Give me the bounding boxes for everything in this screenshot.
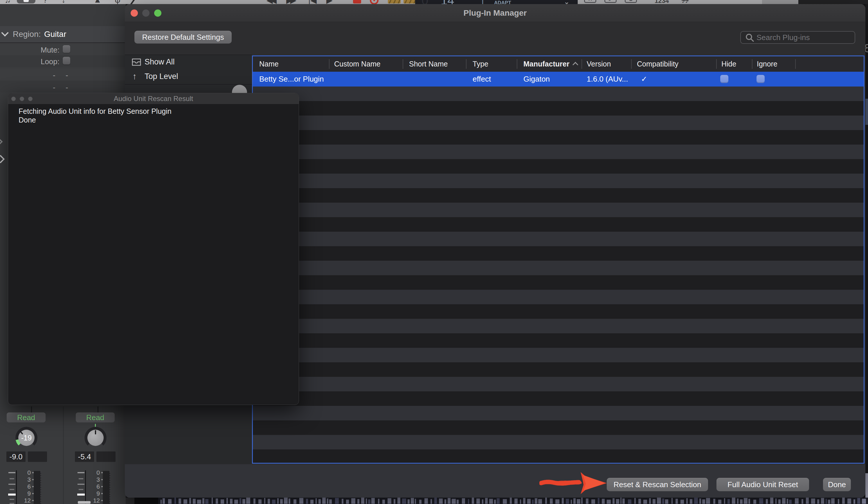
volume-value-1[interactable]: -9.0: [7, 451, 25, 462]
empty-value-box[interactable]: [96, 451, 115, 462]
stop-icon[interactable]: |◀: [308, 0, 317, 4]
no-notes-icon[interactable]: ♪♪: [682, 0, 689, 4]
snap-icon[interactable]: S: [625, 0, 637, 3]
search-input[interactable]: [756, 32, 852, 43]
lcd-tempo-mode: ADAPT: [494, 0, 511, 4]
show-all-label: Show All: [145, 58, 175, 66]
fader-track-1[interactable]: [16, 470, 17, 504]
restore-default-settings-button[interactable]: Restore Default Settings: [134, 31, 232, 43]
column-header-manufacturer-sorted[interactable]: Manufacturer: [524, 56, 569, 72]
toolbar-segment: [762, 0, 798, 4]
sidebar-item-show-all[interactable]: Show All: [125, 55, 252, 69]
column-header-hide[interactable]: Hide: [721, 56, 736, 72]
background-right-edge: 8: [865, 4, 868, 504]
column-header-version[interactable]: Version: [587, 56, 611, 72]
record-icon[interactable]: [370, 0, 379, 4]
done-button[interactable]: Done: [823, 478, 851, 491]
param-value: - -: [53, 71, 72, 80]
fader-cap-1[interactable]: [8, 494, 16, 496]
param-row: - -: [0, 81, 126, 92]
help-icon[interactable]: ?: [43, 0, 48, 4]
library-tool-selected-icon[interactable]: [17, 0, 35, 3]
ignore-checkbox[interactable]: [756, 75, 765, 83]
collapsed-panel-chevron-icon[interactable]: [0, 138, 3, 145]
fader-track-fragment: [97, 407, 99, 413]
annotation-arrow: [539, 469, 612, 497]
automation-read-button-1[interactable]: Read: [7, 413, 45, 422]
param-row: - -: [0, 69, 126, 80]
strip-divider: [63, 407, 64, 504]
reset-rescan-selection-button[interactable]: Reset & Rescan Selection: [607, 478, 708, 491]
region-header-value: Guitar: [44, 30, 66, 39]
region-header[interactable]: Region: Guitar: [0, 26, 126, 43]
column-header-name[interactable]: Name: [259, 56, 279, 72]
compatibility-checkmark: ✓: [641, 72, 647, 86]
fader-track-2[interactable]: [85, 470, 86, 504]
rescan-log-line: Fetching Audio Unit info for Betty Senso…: [19, 107, 172, 115]
download-icon[interactable]: ↓: [62, 0, 65, 4]
sidebar-item-top-level[interactable]: ↑ Top Level: [125, 69, 252, 84]
meter-scale-label: 0: [90, 469, 100, 476]
lcd-chevron-down-icon[interactable]: ⌄: [564, 0, 570, 4]
search-icon: [745, 33, 755, 43]
loop-row: Loop:: [0, 55, 126, 67]
lcd-ghost-digit: 0: [422, 0, 428, 4]
loop-checkbox[interactable]: [63, 57, 70, 64]
meter-scale-label: 3: [90, 476, 100, 483]
plugin-manager-titlebar[interactable]: Plug-In Manager: [125, 4, 865, 22]
tuner-icon[interactable]: ψ: [115, 0, 121, 4]
disclosure-chevron-icon[interactable]: [1, 29, 8, 36]
full-audio-unit-reset-button[interactable]: Full Audio Unit Reset: [716, 478, 809, 491]
metronome-icon[interactable]: ▲: [93, 0, 102, 4]
automation-read-button-2[interactable]: Read: [76, 413, 115, 422]
rescan-result-window: Audio Unit Rescan Result Fetching Audio …: [8, 93, 299, 405]
plugin-row-selected[interactable]: Betty Se...or Plugin effect Gigaton 1.6.…: [253, 72, 864, 86]
background-cell: [126, 497, 134, 504]
empty-row-stripes: [253, 86, 864, 463]
notes-icon[interactable]: ♫: [4, 0, 11, 4]
column-header-compatibility[interactable]: Compatibility: [637, 56, 679, 72]
column-header-short-name[interactable]: Short Name: [409, 56, 448, 72]
rescan-titlebar[interactable]: Audio Unit Rescan Result: [8, 93, 299, 104]
fader-cap-2[interactable]: [77, 494, 85, 496]
fader-handle-2[interactable]: [78, 501, 91, 504]
background-bottom-strip: [126, 497, 868, 504]
window-title: Plug-In Manager: [125, 4, 865, 22]
cycle-icon[interactable]: [388, 0, 401, 3]
background-fragment: [865, 99, 868, 125]
column-header-custom-name[interactable]: Custom Name: [334, 56, 381, 72]
mute-checkbox[interactable]: [63, 45, 70, 53]
show-all-tray-icon: [131, 58, 142, 66]
crossfade-icon[interactable]: ∕∕: [604, 0, 617, 3]
play-icon[interactable]: ▶: [326, 0, 333, 4]
audio-region-strip: [158, 497, 868, 504]
meter-scale-label: 3: [21, 476, 31, 483]
empty-value-box[interactable]: [28, 451, 47, 462]
rescan-window-title: Audio Unit Rescan Result: [8, 93, 299, 104]
stop-record-icon[interactable]: [353, 0, 361, 3]
hide-checkbox[interactable]: [720, 75, 728, 83]
top-level-arrow-icon: ↑: [132, 71, 137, 81]
search-field[interactable]: [740, 31, 855, 44]
level-meter-1: [34, 471, 41, 504]
fader-track-fragment: [31, 407, 32, 413]
pencil-tool-icon[interactable]: [128, 0, 135, 4]
beats-display[interactable]: 1234: [655, 0, 669, 4]
toolbar-dark-segment: [798, 0, 868, 4]
column-header-ignore[interactable]: Ignore: [757, 56, 777, 72]
lcd-display[interactable]: 0 14 | ADAPT ⌄: [415, 0, 578, 4]
mute-row: Mute:: [0, 43, 126, 55]
meter-scale-label: 6: [90, 483, 100, 490]
top-level-label: Top Level: [145, 72, 178, 81]
rewind-icon[interactable]: ◀◀: [267, 0, 274, 4]
no-overlap-icon[interactable]: ✕: [584, 0, 596, 3]
loop-label: Loop:: [16, 57, 60, 66]
volume-value-2[interactable]: -5.4: [75, 451, 94, 462]
column-header-type[interactable]: Type: [473, 56, 488, 72]
collapsed-panel-chevron-icon[interactable]: [0, 155, 4, 163]
plugin-manager-footer: Reset & Rescan Selection Full Audio Unit…: [125, 464, 865, 497]
plugin-table-header: Name Custom Name Short Name Type Manufac…: [253, 56, 864, 72]
forward-icon[interactable]: ▶▶: [286, 0, 294, 4]
knob-green-tick: [95, 424, 96, 427]
knob-pointer: [95, 430, 96, 434]
